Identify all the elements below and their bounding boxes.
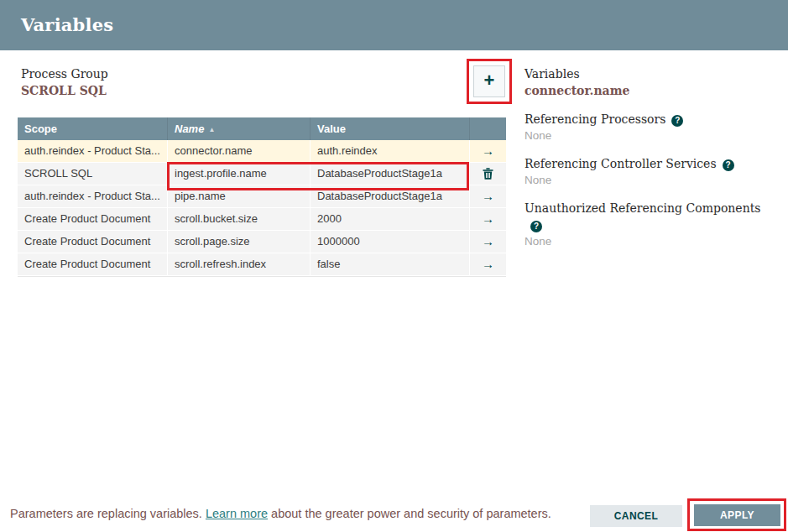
column-header-scope[interactable]: Scope xyxy=(18,117,168,140)
process-group-value: SCROLL SQL xyxy=(21,82,108,99)
cell-name: scroll.page.size xyxy=(168,231,311,253)
help-icon[interactable]: ? xyxy=(671,115,683,127)
cell-actions: → xyxy=(470,185,506,207)
parameters-notice: Parameters are replacing variables. Lear… xyxy=(10,507,551,520)
cell-actions: → xyxy=(470,253,506,275)
learn-more-link[interactable]: Learn more xyxy=(206,507,268,520)
details-panel: Variables connector.name Referencing Pro… xyxy=(524,65,776,261)
detail-section-label: Referencing Controller Services xyxy=(524,157,717,170)
detail-group: Unauthorized Referencing Components? Non… xyxy=(524,200,776,250)
detail-section-value: None xyxy=(524,233,776,250)
cell-scope: SCROLL SQL xyxy=(18,163,168,185)
cell-value: 1000000 xyxy=(311,231,470,253)
cell-name: ingest.profile.name xyxy=(168,163,311,185)
table-header-row: Scope Name▲ Value xyxy=(18,117,506,140)
cell-value: false xyxy=(311,253,470,275)
detail-group: Referencing Controller Services? None xyxy=(524,155,776,189)
table-row[interactable]: SCROLL SQL ingest.profile.name DatabaseP… xyxy=(18,163,506,185)
cell-value: 2000 xyxy=(311,208,470,230)
variables-table: Scope Name▲ Value auth.reindex - Product… xyxy=(18,117,506,277)
cancel-button[interactable]: CANCEL xyxy=(590,505,682,527)
table-row[interactable]: auth.reindex - Product Sta... pipe.name … xyxy=(18,185,506,208)
process-group-block: Process Group SCROLL SQL xyxy=(21,65,108,99)
cell-name: scroll.refresh.index xyxy=(168,253,311,275)
table-body: auth.reindex - Product Sta... connector.… xyxy=(18,140,506,276)
cell-actions: → xyxy=(470,163,506,185)
detail-sections: Referencing Processors? None Referencing… xyxy=(524,111,776,250)
variables-dialog: Variables Process Group SCROLL SQL + Sco… xyxy=(0,0,788,532)
cell-scope: Create Product Document xyxy=(18,231,168,253)
detail-section-label: Referencing Processors xyxy=(524,112,665,126)
cell-value: auth.reindex xyxy=(311,140,470,162)
go-to-icon[interactable]: → xyxy=(482,253,494,275)
add-variable-button[interactable]: + xyxy=(473,65,505,97)
cell-scope: Create Product Document xyxy=(18,253,168,275)
table-row[interactable]: auth.reindex - Product Sta... connector.… xyxy=(18,140,506,163)
cell-scope: auth.reindex - Product Sta... xyxy=(18,140,168,162)
cell-scope: Create Product Document xyxy=(18,208,168,230)
cell-name: connector.name xyxy=(168,140,311,162)
cell-value: DatabaseProductStage1a xyxy=(311,163,470,185)
go-to-icon[interactable]: → xyxy=(482,231,494,253)
go-to-icon[interactable]: → xyxy=(482,140,494,162)
cell-value: DatabaseProductStage1a xyxy=(311,185,470,207)
process-group-label: Process Group xyxy=(21,65,108,82)
cell-name: scroll.bucket.size xyxy=(168,208,311,230)
dialog-title: Variables xyxy=(21,14,113,35)
selected-variable-name[interactable]: connector.name xyxy=(524,82,776,99)
detail-section-value: None xyxy=(524,172,776,189)
detail-section-label: Unauthorized Referencing Components xyxy=(524,201,760,215)
sort-asc-icon: ▲ xyxy=(208,126,215,133)
help-icon[interactable]: ? xyxy=(530,221,542,232)
table-row[interactable]: Create Product Document scroll.bucket.si… xyxy=(18,208,506,231)
column-header-name[interactable]: Name▲ xyxy=(168,117,311,140)
variables-section-label: Variables xyxy=(524,65,776,82)
table-row[interactable]: Create Product Document scroll.refresh.i… xyxy=(18,253,506,276)
cell-actions: → xyxy=(470,208,506,230)
cell-scope: auth.reindex - Product Sta... xyxy=(18,185,168,207)
apply-button[interactable]: APPLY xyxy=(694,504,780,526)
go-to-icon[interactable]: → xyxy=(482,185,494,207)
cell-name: pipe.name xyxy=(168,185,311,207)
cell-actions: → xyxy=(470,140,506,162)
delete-icon[interactable] xyxy=(483,163,493,185)
plus-icon: + xyxy=(484,70,495,91)
help-icon[interactable]: ? xyxy=(723,159,734,171)
table-row[interactable]: Create Product Document scroll.page.size… xyxy=(18,231,506,253)
dialog-titlebar: Variables xyxy=(0,0,788,50)
column-header-value[interactable]: Value xyxy=(311,117,470,140)
column-header-actions xyxy=(470,117,506,140)
detail-section-value: None xyxy=(524,128,776,144)
detail-group: Referencing Processors? None xyxy=(524,111,776,144)
go-to-icon[interactable]: → xyxy=(482,208,494,230)
cell-actions: → xyxy=(470,231,506,253)
